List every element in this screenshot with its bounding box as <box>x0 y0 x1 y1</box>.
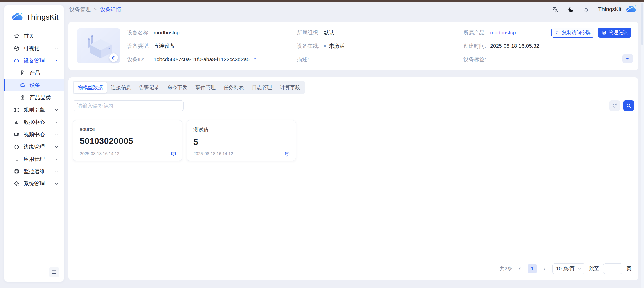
sidebar-collapse-button[interactable] <box>49 267 59 277</box>
notification-bell-icon[interactable] <box>583 6 590 13</box>
breadcrumb: 设备管理 > 设备详情 <box>69 6 121 13</box>
sidebar-item-rule-engine[interactable]: 规则引擎 <box>4 104 64 116</box>
brand-name: ThingsKit <box>26 13 59 21</box>
username[interactable]: ThingsKit <box>598 6 621 13</box>
chevron-right-icon <box>542 266 547 271</box>
copy-access-token-button[interactable]: 复制访问令牌 <box>551 28 594 38</box>
field-created-time: 创建时间: 2025-08-18 16:05:32 <box>463 42 630 50</box>
field-label: 设备ID: <box>127 56 154 63</box>
sidebar-item-data-center[interactable]: 数据中心 <box>4 116 64 128</box>
scrollbar-thumb[interactable] <box>641 3 643 45</box>
history-chart-icon[interactable] <box>284 151 290 157</box>
sidebar-item-device[interactable]: 设备 <box>4 79 64 91</box>
key-search-input[interactable] <box>73 100 184 111</box>
field-device-id: 设备ID: 1cbcd560-7c0a-11f0-aba8-f1122cc3d2… <box>127 56 297 63</box>
tab-command-issue[interactable]: 命令下发 <box>164 82 191 93</box>
device-info-panel: 设备名称: modbustcp 设备类型: 直连设备 设备ID: 1cbcd56… <box>68 22 638 70</box>
sidebar-item-home[interactable]: 首页 <box>4 30 64 42</box>
organization-value: 默认 <box>324 29 334 36</box>
sidebar-item-system-management[interactable]: 系统管理 <box>4 178 64 189</box>
manage-credential-button[interactable]: 管理凭证 <box>598 28 631 38</box>
chevron-down-icon <box>54 120 59 125</box>
chevron-down-icon <box>578 267 581 271</box>
page-size-select[interactable]: 10 条/页 <box>552 263 585 274</box>
tab-connection-info[interactable]: 连接信息 <box>107 82 135 93</box>
dark-mode-moon-icon[interactable] <box>568 6 574 13</box>
field-device-type: 设备类型: 直连设备 <box>127 42 297 50</box>
device-image-tile <box>77 28 120 63</box>
copy-icon[interactable] <box>252 57 257 62</box>
sidebar-item-label: 设备管理 <box>24 57 45 64</box>
sidebar-item-product-category[interactable]: 产品品类 <box>4 92 64 103</box>
video-camera-icon <box>14 131 20 137</box>
sidebar-item-video-center[interactable]: 视频中心 <box>4 129 64 140</box>
field-label: 设备类型: <box>127 42 154 50</box>
sidebar-item-label: 设备 <box>30 82 40 89</box>
device-panel-actions: 复制访问令牌 管理凭证 <box>551 28 631 38</box>
clipboard-icon <box>20 94 26 101</box>
sidebar-item-monitor-ops[interactable]: 监控运维 <box>4 166 64 177</box>
field-device-tag: 设备标签: <box>463 56 630 63</box>
user-avatar-cloud-icon[interactable] <box>626 5 637 14</box>
device-image-upload-button[interactable] <box>109 53 118 62</box>
sidebar-menu: 首页 可视化 设备管理 产品 设备 产品品类 <box>4 30 64 189</box>
refresh-button[interactable] <box>609 100 620 111</box>
sidebar-item-visualization[interactable]: 可视化 <box>4 42 64 54</box>
device-fields-col-1: 设备名称: modbustcp 设备类型: 直连设备 设备ID: 1cbcd56… <box>127 29 297 63</box>
sidebar-item-label: 首页 <box>24 32 34 39</box>
history-chart-icon[interactable] <box>171 151 176 157</box>
sidebar-item-edge-management[interactable]: 边缘管理 <box>4 141 64 153</box>
device-id-text: 1cbcd560-7c0a-11f0-aba8-f1122cc3d2a5 <box>154 56 250 62</box>
sidebar-item-label: 数据中心 <box>24 119 45 126</box>
device-detail-content-panel: 物模型数据 连接信息 告警记录 命令下发 事件管理 任务列表 日志管理 计算字段 <box>68 77 638 280</box>
topbar-actions: ThingsKit <box>552 5 637 14</box>
online-status-value: 未激活 <box>324 42 345 50</box>
chevron-down-icon <box>54 181 59 186</box>
tab-event-management[interactable]: 事件管理 <box>192 82 219 93</box>
sidebar-item-label: 应用管理 <box>24 156 45 163</box>
telemetry-card-source[interactable]: source 50103020005 2025-08-18 16:14:12 <box>73 120 182 161</box>
back-button[interactable] <box>622 54 633 63</box>
app-list-icon <box>14 156 20 162</box>
status-dot <box>324 45 326 47</box>
sidebar-item-app-management[interactable]: 应用管理 <box>4 153 64 165</box>
pagination-page-1[interactable]: 1 <box>528 264 537 273</box>
chevron-down-icon <box>54 46 59 51</box>
home-icon <box>14 33 20 39</box>
breadcrumb-device-management[interactable]: 设备管理 <box>69 6 91 13</box>
device-fields-col-2: 所属组织: 默认 设备在线: 未激活 描述: <box>297 29 463 63</box>
cloud-icon <box>14 58 20 64</box>
tab-computed-fields[interactable]: 计算字段 <box>276 82 304 93</box>
search-row-actions <box>609 100 634 111</box>
tab-model-data[interactable]: 物模型数据 <box>74 82 107 93</box>
chevron-left-icon <box>517 266 522 271</box>
telemetry-card-test-value[interactable]: 测试值 5 2025-08-18 16:14:12 <box>187 120 296 161</box>
product-link[interactable]: modbustcp <box>490 30 516 36</box>
device-type-value: 直连设备 <box>154 42 175 50</box>
field-description: 描述: <box>297 56 463 63</box>
telemetry-timestamp: 2025-08-18 16:14:12 <box>193 151 233 156</box>
telemetry-cards: source 50103020005 2025-08-18 16:14:12 测… <box>73 120 634 161</box>
jump-to-page-input[interactable] <box>603 263 622 274</box>
pagination-prev-button[interactable] <box>516 265 524 272</box>
pagination-next-button[interactable] <box>541 265 548 272</box>
copy-icon <box>555 30 560 35</box>
tab-alarm-records[interactable]: 告警记录 <box>135 82 163 93</box>
search-button[interactable] <box>623 100 634 111</box>
language-translate-icon[interactable] <box>552 6 559 13</box>
sidebar-item-label: 可视化 <box>24 45 39 52</box>
frame-icon <box>14 107 20 113</box>
sidebar-item-label: 边缘管理 <box>24 143 45 150</box>
manage-credential-label: 管理凭证 <box>609 29 628 36</box>
sidebar-item-device-management[interactable]: 设备管理 <box>4 55 64 66</box>
cloud-icon <box>20 82 26 88</box>
tab-log-management[interactable]: 日志管理 <box>248 82 276 93</box>
tab-task-list[interactable]: 任务列表 <box>220 82 248 93</box>
sidebar-item-product[interactable]: 产品 <box>4 67 64 79</box>
refresh-icon <box>612 103 617 108</box>
command-icon <box>14 168 20 174</box>
field-label: 描述: <box>297 56 324 63</box>
chevron-down-icon <box>54 145 59 149</box>
undo-arrow-icon <box>625 56 630 61</box>
search-icon <box>626 103 631 108</box>
